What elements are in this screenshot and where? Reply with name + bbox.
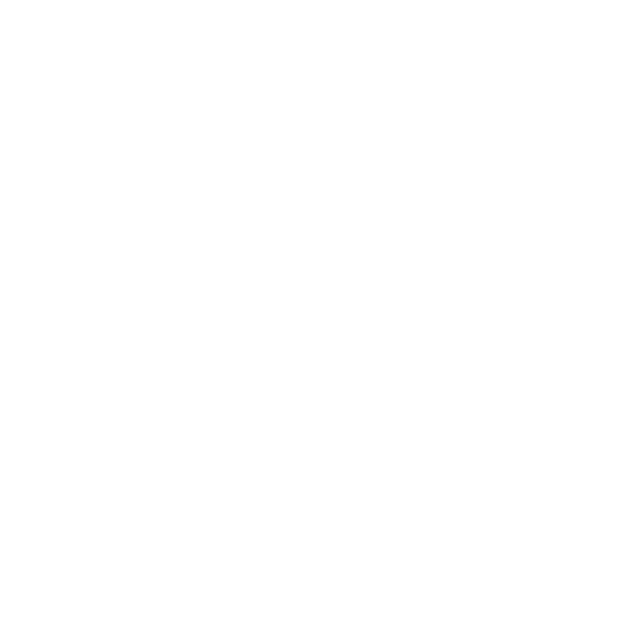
bottleneck-plot [0,0,644,644]
chart-container [0,0,644,644]
